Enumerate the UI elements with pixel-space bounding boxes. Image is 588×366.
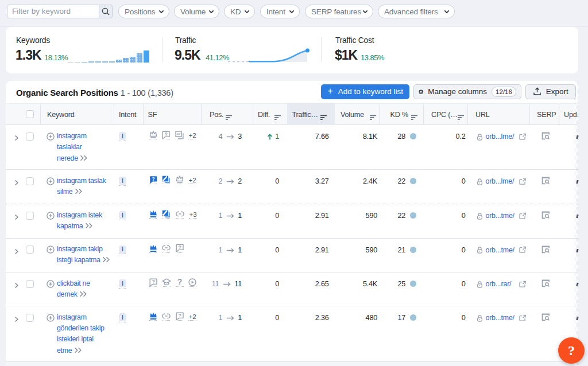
svg-text:?: ? bbox=[152, 278, 154, 284]
svg-text:?: ? bbox=[178, 244, 181, 250]
svg-text:?: ? bbox=[165, 131, 168, 137]
svg-text:?: ? bbox=[152, 176, 155, 181]
svg-text:?: ? bbox=[178, 312, 181, 318]
